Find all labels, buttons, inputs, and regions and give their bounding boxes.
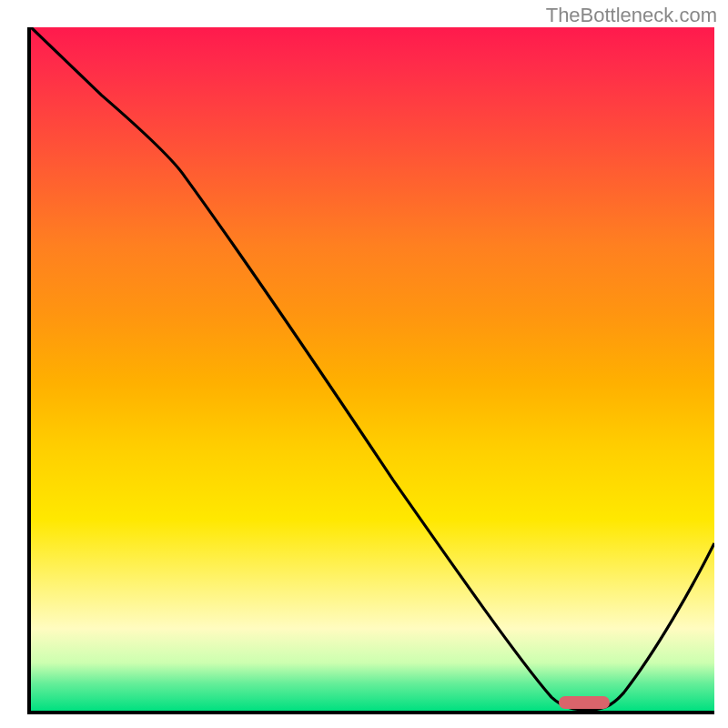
optimal-marker xyxy=(559,696,610,709)
plot-area xyxy=(27,27,714,714)
bottleneck-curve xyxy=(31,27,714,710)
curve-svg xyxy=(31,27,714,711)
attribution-text: TheBottleneck.com xyxy=(546,4,717,27)
